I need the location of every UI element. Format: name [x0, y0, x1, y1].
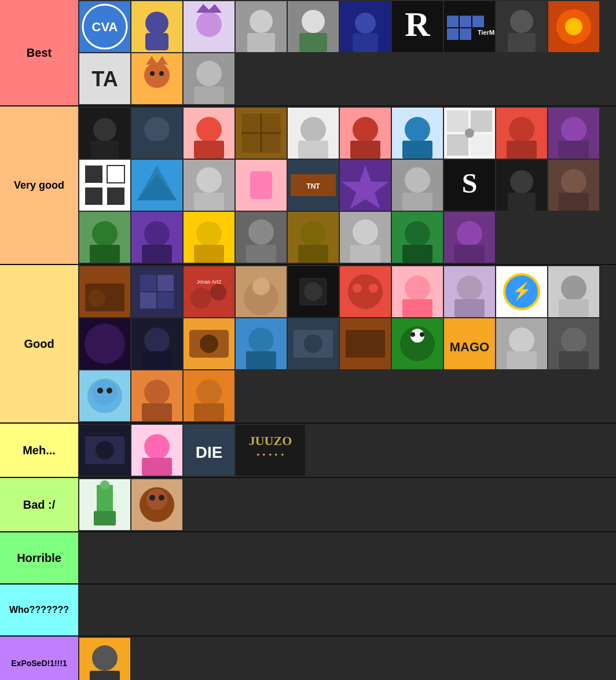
list-item[interactable]: [79, 425, 130, 476]
list-item[interactable]: [184, 212, 234, 263]
list-item[interactable]: [131, 266, 182, 317]
list-item[interactable]: [236, 160, 287, 211]
list-item[interactable]: ⚡: [496, 266, 547, 317]
thumbnail-svg: [79, 266, 130, 317]
list-item[interactable]: [548, 160, 599, 211]
svg-point-126: [405, 221, 430, 247]
list-item[interactable]: [496, 318, 547, 369]
list-item[interactable]: DIE: [184, 425, 234, 476]
list-item[interactable]: [496, 108, 547, 159]
list-item[interactable]: [496, 1, 547, 52]
list-item[interactable]: [392, 108, 443, 159]
list-item[interactable]: [184, 318, 234, 369]
list-item[interactable]: [79, 108, 130, 159]
list-item[interactable]: [184, 1, 234, 52]
list-item[interactable]: [79, 370, 130, 421]
list-item[interactable]: [340, 212, 391, 263]
list-item[interactable]: [548, 266, 599, 317]
list-item[interactable]: [184, 160, 234, 211]
list-item[interactable]: [184, 53, 234, 104]
list-item[interactable]: [236, 266, 287, 317]
list-item[interactable]: [288, 266, 339, 317]
list-item[interactable]: [444, 212, 495, 263]
svg-text:TNT: TNT: [306, 182, 320, 190]
list-item[interactable]: [79, 266, 130, 317]
svg-rect-127: [402, 245, 432, 263]
list-item[interactable]: [392, 266, 443, 317]
list-item[interactable]: JUUZO ✦ ✦ ✦ ✦ ✦: [236, 425, 305, 476]
list-item[interactable]: [392, 318, 443, 369]
list-item[interactable]: [236, 1, 287, 52]
list-item[interactable]: [131, 53, 182, 104]
list-item[interactable]: [236, 108, 287, 159]
thumbnail-svg: [340, 318, 391, 369]
list-item[interactable]: [392, 160, 443, 211]
list-item[interactable]: [131, 479, 182, 530]
svg-rect-169: [142, 351, 172, 369]
list-item[interactable]: [131, 108, 182, 159]
list-item[interactable]: TA: [79, 53, 130, 104]
list-item[interactable]: [288, 108, 339, 159]
list-item[interactable]: [340, 318, 391, 369]
svg-rect-227: [90, 671, 120, 680]
list-item[interactable]: MAGO: [444, 318, 495, 369]
list-item[interactable]: [184, 370, 234, 421]
list-item[interactable]: [444, 266, 495, 317]
list-item[interactable]: R: [392, 1, 443, 52]
thumbnail-svg: [184, 160, 234, 211]
tier-content-bad: [78, 478, 616, 531]
list-item[interactable]: S: [444, 160, 495, 211]
list-item[interactable]: [548, 318, 599, 369]
list-item[interactable]: CVA: [79, 1, 130, 52]
svg-point-219: [100, 480, 109, 490]
svg-rect-201: [142, 403, 172, 421]
thumbnail-svg: R: [392, 1, 443, 52]
list-item[interactable]: [340, 1, 391, 52]
list-item[interactable]: [548, 108, 599, 159]
list-item[interactable]: [340, 160, 391, 211]
list-item[interactable]: TierMaker: [444, 1, 495, 52]
tier-label-horrible: Horrible: [0, 532, 78, 583]
list-item[interactable]: [79, 160, 130, 211]
list-item[interactable]: Jonas ArtZ: [184, 266, 234, 317]
thumbnail-svg: [288, 318, 339, 369]
list-item[interactable]: [236, 318, 287, 369]
list-item[interactable]: [131, 1, 182, 52]
svg-rect-109: [90, 245, 120, 263]
list-item[interactable]: [131, 370, 182, 421]
svg-text:R: R: [405, 5, 430, 43]
list-item[interactable]: [79, 212, 130, 263]
svg-point-48: [144, 117, 170, 142]
thumbnail-svg: [131, 370, 182, 421]
list-item[interactable]: [131, 318, 182, 369]
svg-rect-134: [131, 266, 182, 317]
list-item[interactable]: [131, 212, 182, 263]
list-item[interactable]: [131, 425, 182, 476]
list-item[interactable]: [79, 318, 130, 369]
list-item[interactable]: [288, 212, 339, 263]
list-item[interactable]: TNT: [288, 160, 339, 211]
list-item[interactable]: [79, 638, 130, 680]
list-item[interactable]: [392, 212, 443, 263]
list-item[interactable]: [288, 1, 339, 52]
thumbnail-svg: [131, 266, 182, 317]
list-item[interactable]: [184, 108, 234, 159]
list-item[interactable]: [79, 479, 130, 530]
svg-rect-175: [246, 351, 276, 369]
svg-point-73: [509, 117, 534, 142]
svg-rect-59: [298, 141, 328, 159]
list-item[interactable]: [496, 160, 547, 211]
list-item[interactable]: [340, 108, 391, 159]
svg-point-13: [302, 10, 325, 33]
svg-point-133: [88, 289, 105, 307]
list-item[interactable]: [131, 160, 182, 211]
list-item[interactable]: [444, 108, 495, 159]
svg-rect-65: [402, 141, 432, 159]
list-item[interactable]: [288, 318, 339, 369]
list-item[interactable]: [340, 266, 391, 317]
svg-rect-67: [447, 111, 468, 132]
list-item[interactable]: [548, 1, 599, 52]
tier-label-exposed: ExPoSeD!1!!!1: [0, 637, 78, 680]
list-item[interactable]: [236, 212, 287, 263]
svg-rect-22: [460, 16, 471, 27]
